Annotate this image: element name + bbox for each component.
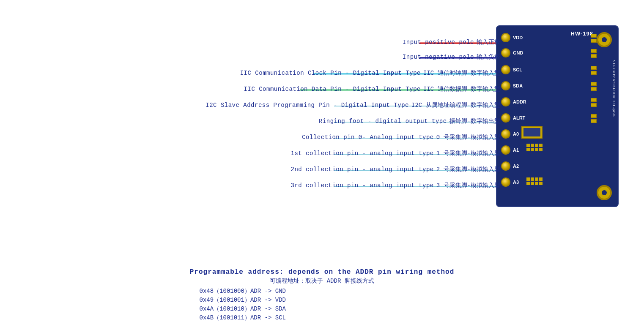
- ann-cn-a3: 3 号采集脚-模拟输入型: [436, 182, 500, 189]
- pin-alrt-label: ALRT: [513, 115, 525, 120]
- pin-a1-label: A1: [513, 147, 519, 153]
- ann-cn-a1: 1 号采集脚-模拟输入型: [436, 150, 500, 157]
- pcb-a3-block: [526, 177, 543, 185]
- ann-row-a1: 1st collection pin - analog input type 1…: [8, 150, 500, 157]
- ann-cn-gnd: 输入负极: [477, 53, 500, 61]
- addr-1: 0x49（1001001）ADR -> VDD: [200, 296, 512, 304]
- address-list: 0x48（1001000）ADR -> GND 0x49（1001001）ADR…: [132, 287, 512, 322]
- ann-en-sda: IIC Communication Data Pin - Digital Inp…: [244, 86, 421, 93]
- ann-cn-a0: 0 号采集脚-模拟输入型: [436, 134, 500, 141]
- ann-cn-scl: IIC 通信时钟脚-数字输入型: [423, 69, 500, 77]
- pcb-model-label: HW-198: [571, 30, 593, 37]
- pin-sda-label: SDA: [513, 83, 523, 88]
- ann-row-a0: Collection pin 0- Analog input type 0 号采…: [8, 134, 500, 141]
- ann-row-scl: IIC Communication Clock Pin - Digital In…: [8, 69, 500, 77]
- pin-a2-label: A2: [513, 164, 519, 169]
- pcb-subtitle: 16Bit I2C ADC+PGA ADS1115: [612, 60, 616, 117]
- ann-row-vdd: Input positive pole 输入正极: [403, 38, 500, 46]
- pin-sda-pads: [591, 82, 597, 91]
- pin-gnd-pads: [591, 49, 597, 58]
- main-container: HW-198 16Bit I2C ADC+PGA ADS1115 VDD GND: [0, 0, 644, 330]
- ann-en-gnd: Input negative pole: [403, 54, 474, 60]
- ann-row-addr: I2C Slave Address Programming Pin - Digi…: [8, 101, 500, 109]
- addr-0: 0x48（1001000）ADR -> GND: [200, 287, 512, 295]
- ann-cn-addr: I2C 从属地址编程脚-数字输入型: [411, 101, 500, 109]
- pin-gnd: GND: [501, 48, 523, 57]
- ann-row-gnd: Input negative pole 输入负极: [403, 53, 500, 61]
- ann-row-a2: 2nd collection pin - analog input type 2…: [8, 166, 500, 173]
- pin-a0-label: A0: [513, 131, 519, 136]
- pin-sda: SDA: [501, 81, 523, 90]
- ann-cn-vdd: 输入正极: [477, 38, 500, 46]
- pin-a3-label: A3: [513, 180, 519, 185]
- pin-scl-label: SCL: [513, 67, 522, 72]
- pin-addr: ADDR: [501, 97, 526, 106]
- bottom-title-cn: 可编程地址：取决于 ADDR 脚接线方式: [132, 277, 512, 285]
- pin-addr-pads: [591, 98, 597, 107]
- ann-en-scl: IIC Communication Clock Pin - Digital In…: [240, 70, 421, 76]
- bottom-title-en: Programmable address: depends on the ADD…: [132, 268, 512, 276]
- mount-hole-bottom: [597, 185, 612, 200]
- ann-en-a0: Collection pin 0- Analog input type: [302, 134, 434, 141]
- pin-a2: A2: [501, 161, 519, 171]
- pin-gnd-label: GND: [513, 50, 523, 55]
- pin-alrt: ALRT: [501, 113, 525, 123]
- ann-en-alrt: Ringing foot - digital output type: [319, 118, 447, 125]
- ann-cn-sda: IIC 通信数据脚-数字输入型: [423, 85, 500, 93]
- pin-scl: SCL: [501, 65, 522, 74]
- pin-alrt-pads: [591, 114, 597, 123]
- pin-vdd: VDD: [501, 33, 523, 42]
- pin-addr-label: ADDR: [513, 99, 526, 104]
- pin-vdd-label: VDD: [513, 35, 523, 40]
- pin-a3: A3: [501, 177, 519, 187]
- ann-row-a3: 3rd collection pin - analog input type 3…: [8, 182, 500, 189]
- ann-en-vdd: Input positive pole: [403, 39, 474, 46]
- mount-hole-top: [597, 32, 612, 47]
- addr-3: 0x4B（1001011）ADR -> SCL: [200, 314, 512, 322]
- pin-vdd-pads: [591, 34, 597, 43]
- pin-a1: A1: [501, 145, 519, 155]
- ann-row-alrt: Ringing foot - digital output type 振铃脚-数…: [8, 117, 500, 125]
- pcb-board: HW-198 16Bit I2C ADC+PGA ADS1115 VDD GND: [496, 25, 619, 207]
- ann-cn-a2: 2 号采集脚-模拟输入型: [436, 166, 500, 173]
- pcb-connector-block: [526, 144, 543, 151]
- ann-cn-alrt: 振铃脚-数字输出型: [449, 117, 500, 125]
- bottom-section: Programmable address: depends on the ADD…: [132, 268, 512, 322]
- addr-2: 0x4A（1001010）ADR -> SDA: [200, 305, 512, 313]
- pin-a0: A0: [501, 129, 519, 139]
- pcb-ic-chip: [521, 126, 543, 139]
- ann-en-a3: 3rd collection pin - analog input type: [291, 182, 434, 189]
- ann-en-addr: I2C Slave Address Programming Pin - Digi…: [206, 102, 409, 109]
- ann-row-sda: IIC Communication Data Pin - Digital Inp…: [8, 85, 500, 93]
- ann-en-a2: 2nd collection pin - analog input type: [291, 166, 434, 173]
- ann-en-a1: 1st collection pin - analog input type: [291, 150, 434, 157]
- pin-scl-pads: [591, 66, 597, 75]
